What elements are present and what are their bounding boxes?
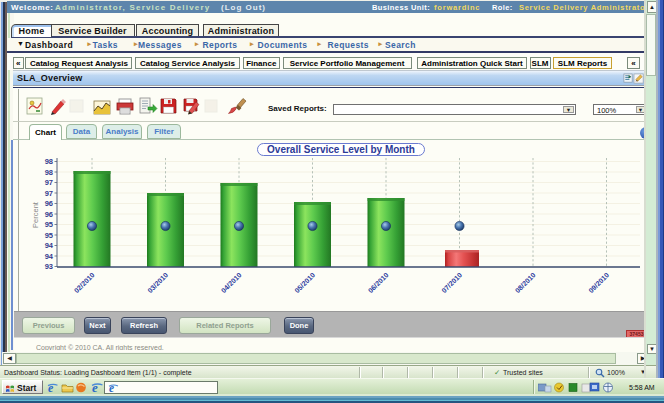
svg-text:96: 96 xyxy=(45,199,53,208)
svg-text:02/2010: 02/2010 xyxy=(73,271,96,294)
svg-text:95: 95 xyxy=(45,220,53,229)
svg-text:03/2010: 03/2010 xyxy=(146,271,169,294)
svg-text:93: 93 xyxy=(45,262,53,271)
svg-text:e: e xyxy=(92,381,98,394)
svg-text:96: 96 xyxy=(45,210,53,219)
svg-text:95: 95 xyxy=(45,231,53,240)
svg-text:94: 94 xyxy=(45,252,54,261)
svg-text:08/2010: 08/2010 xyxy=(514,271,537,294)
svg-text:98: 98 xyxy=(45,157,53,166)
svg-text:Percent: Percent xyxy=(31,201,40,228)
svg-text:98: 98 xyxy=(45,168,53,177)
svg-text:09/2010: 09/2010 xyxy=(587,271,610,294)
svg-text:e: e xyxy=(48,381,54,394)
svg-text:06/2010: 06/2010 xyxy=(367,271,390,294)
svg-text:e: e xyxy=(109,382,114,394)
svg-text:94: 94 xyxy=(45,241,54,250)
svg-text:05/2010: 05/2010 xyxy=(293,271,316,294)
svg-text:04/2010: 04/2010 xyxy=(220,271,243,294)
svg-text:97: 97 xyxy=(45,178,53,187)
svg-text:07/2010: 07/2010 xyxy=(440,271,463,294)
svg-text:97: 97 xyxy=(45,189,53,198)
